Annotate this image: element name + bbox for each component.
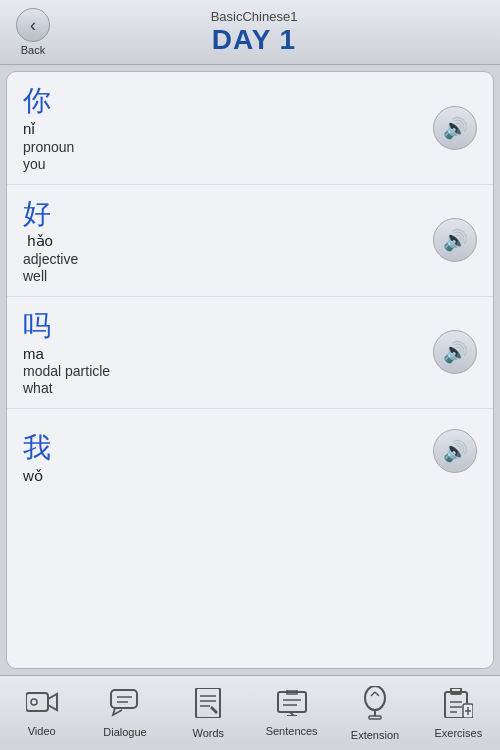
dialogue-icon bbox=[110, 689, 140, 724]
tab-sentences-label: Sentences bbox=[266, 725, 318, 737]
exercises-icon bbox=[443, 688, 473, 725]
sound-icon-2: 🔊 bbox=[443, 228, 468, 252]
svg-rect-17 bbox=[369, 716, 381, 719]
dialogue-svg bbox=[110, 689, 140, 717]
tab-extension-label: Extension bbox=[351, 729, 399, 741]
extension-svg bbox=[361, 686, 389, 720]
tab-words-label: Words bbox=[193, 727, 225, 739]
tab-dialogue-label: Dialogue bbox=[103, 726, 146, 738]
word-meaning-3: what bbox=[23, 380, 423, 396]
tab-exercises[interactable]: Exercises bbox=[423, 688, 493, 739]
word-type-2: adjective bbox=[23, 251, 423, 267]
word-info-3: 吗 ma modal particle what bbox=[23, 309, 423, 396]
chinese-char-1: 你 bbox=[23, 84, 423, 118]
pinyin-4: wǒ bbox=[23, 467, 423, 485]
sentences-svg bbox=[277, 690, 307, 716]
word-info-4: 我 wǒ bbox=[23, 431, 423, 486]
back-button[interactable]: ‹ Back bbox=[8, 8, 58, 56]
word-entry-2: 好 hǎo adjective well 🔊 bbox=[7, 185, 493, 298]
chinese-char-3: 吗 bbox=[23, 309, 423, 343]
header-center: BasicChinese1 DAY 1 bbox=[58, 9, 450, 56]
sound-button-1[interactable]: 🔊 bbox=[433, 106, 477, 150]
tab-dialogue[interactable]: Dialogue bbox=[90, 689, 160, 738]
words-icon bbox=[194, 688, 222, 725]
main-content: 你 nǐ pronoun you 🔊 好 hǎo adjective well … bbox=[0, 65, 500, 675]
app-subtitle: BasicChinese1 bbox=[211, 9, 298, 24]
pinyin-1: nǐ bbox=[23, 120, 423, 138]
word-entry-3: 吗 ma modal particle what 🔊 bbox=[7, 297, 493, 409]
svg-point-15 bbox=[365, 686, 385, 710]
back-label: Back bbox=[21, 44, 45, 56]
word-entry-4: 我 wǒ 🔊 bbox=[7, 409, 493, 509]
pinyin-2: hǎo bbox=[23, 232, 423, 250]
svg-point-2 bbox=[31, 699, 37, 705]
chinese-char-4: 我 bbox=[23, 431, 423, 465]
sound-icon-1: 🔊 bbox=[443, 116, 468, 140]
word-type-1: pronoun bbox=[23, 139, 423, 155]
pinyin-3: ma bbox=[23, 345, 423, 362]
sound-button-2[interactable]: 🔊 bbox=[433, 218, 477, 262]
sound-icon-4: 🔊 bbox=[443, 439, 468, 463]
exercises-svg bbox=[443, 688, 473, 718]
word-list: 你 nǐ pronoun you 🔊 好 hǎo adjective well … bbox=[6, 71, 494, 669]
word-meaning-2: well bbox=[23, 268, 423, 284]
sound-icon-3: 🔊 bbox=[443, 340, 468, 364]
sentences-icon bbox=[277, 690, 307, 723]
word-info-2: 好 hǎo adjective well bbox=[23, 197, 423, 285]
tab-sentences[interactable]: Sentences bbox=[257, 690, 327, 737]
day-title: DAY 1 bbox=[212, 24, 296, 56]
word-type-3: modal particle bbox=[23, 363, 423, 379]
svg-line-19 bbox=[375, 692, 379, 696]
tab-video-label: Video bbox=[28, 725, 56, 737]
tab-bar: Video Dialogue Words bbox=[0, 675, 500, 750]
tab-exercises-label: Exercises bbox=[434, 727, 482, 739]
extension-icon bbox=[361, 686, 389, 727]
svg-rect-3 bbox=[111, 690, 137, 708]
word-entry-1: 你 nǐ pronoun you 🔊 bbox=[7, 72, 493, 185]
tab-words[interactable]: Words bbox=[173, 688, 243, 739]
header: ‹ Back BasicChinese1 DAY 1 bbox=[0, 0, 500, 65]
video-icon bbox=[26, 690, 58, 723]
svg-rect-10 bbox=[278, 692, 306, 712]
word-meaning-1: you bbox=[23, 156, 423, 172]
words-svg bbox=[194, 688, 222, 718]
word-info-1: 你 nǐ pronoun you bbox=[23, 84, 423, 172]
video-svg bbox=[26, 690, 58, 716]
svg-marker-1 bbox=[48, 694, 57, 710]
chinese-char-2: 好 bbox=[23, 197, 423, 231]
back-arrow-icon: ‹ bbox=[16, 8, 50, 42]
tab-extension[interactable]: Extension bbox=[340, 686, 410, 741]
svg-line-18 bbox=[371, 692, 375, 696]
tab-video[interactable]: Video bbox=[7, 690, 77, 737]
sound-button-4[interactable]: 🔊 bbox=[433, 429, 477, 473]
sound-button-3[interactable]: 🔊 bbox=[433, 330, 477, 374]
